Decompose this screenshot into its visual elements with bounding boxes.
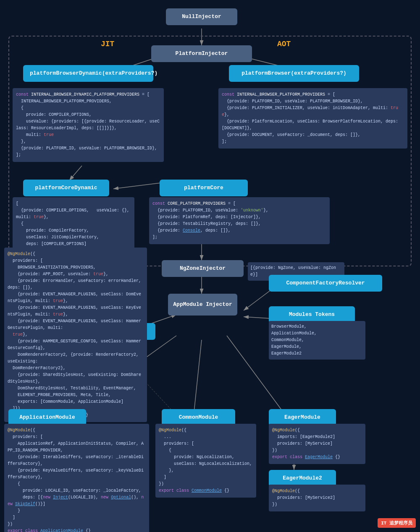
- platform-browser-dynamic-code: const INTERNAL_BROWSER_DYNAMIC_PLATFORM_…: [13, 88, 164, 162]
- app-module-injector-box: AppModule Injector: [168, 294, 237, 316]
- watermark: IT 追梦程序员: [378, 518, 416, 528]
- common-module-box: CommonModule: [162, 409, 235, 426]
- modules-tokens-list: BrowserModule, ApplicationModule, Common…: [269, 321, 365, 360]
- aot-label: AOT: [277, 40, 291, 48]
- browser-module-code: @NgModule({ providers: [ BROWSER_SANITIZ…: [4, 248, 147, 422]
- ng-zone-injector-box: NgZoneInjector: [162, 260, 244, 277]
- platform-core-dynamic-box: platformCoreDynamic: [23, 180, 109, 196]
- jit-label: JIT: [101, 40, 114, 48]
- component-factory-resolver-box: ComponentFactoryResolver: [269, 275, 382, 292]
- eager-module-code: @NgModule({ imports: [EagerModule2] prov…: [269, 424, 365, 464]
- diagram-container: JIT AOT NullInjector PlatformInjector pl…: [0, 0, 420, 532]
- application-module-box: ApplicationModule: [8, 409, 86, 426]
- eager-module2-code: @NgModule({ providers: [MyService2] }): [269, 485, 365, 511]
- modules-tokens-box: Modules Tokens: [269, 306, 355, 323]
- common-module-code: @NgModule({ ... providers: [ { provide: …: [155, 424, 256, 498]
- null-injector-box: NullInjector: [166, 8, 237, 25]
- platform-browser-dynamic-box: platformBrowserDynamic(extraProviders?): [23, 65, 153, 82]
- platform-browser-box: platformBrowser(extraProviders?): [229, 65, 359, 82]
- eager-module2-box: EagerModule2: [269, 470, 336, 487]
- platform-core-box: platformCore: [160, 180, 248, 196]
- platform-injector-box: PlatformInjector: [151, 45, 252, 62]
- eager-module-box: EagerModule: [269, 409, 336, 426]
- application-module-code: @NgModule({ providers: [ ApplicationRef,…: [4, 424, 149, 532]
- app-module-injector-label: AppModule Injector: [173, 301, 232, 308]
- platform-core-code: const CORE_PLATFORM_PROVIDERS = [ {provi…: [149, 197, 330, 244]
- platform-browser-code: const INTERNAL_BROWSER_PLATFORM_PROVIDER…: [218, 88, 407, 149]
- svg-line-13: [193, 340, 202, 420]
